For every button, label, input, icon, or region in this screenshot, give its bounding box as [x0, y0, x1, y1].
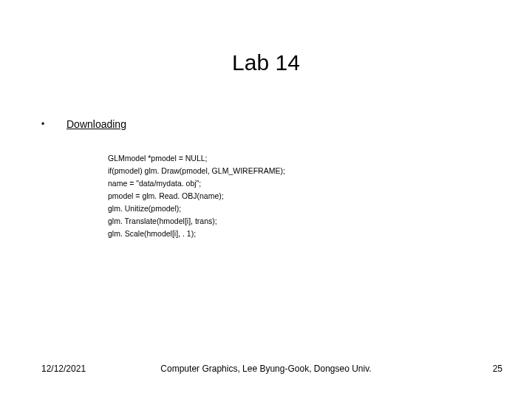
code-line: name = "data/mydata. obj";	[108, 179, 201, 188]
footer: 12/12/2021 25	[41, 364, 502, 374]
code-line: glm. Unitize(pmodel);	[108, 204, 181, 213]
footer-page: 25	[493, 364, 502, 374]
code-line: glm. Translate(hmodel[i], trans);	[108, 216, 217, 225]
bullet-marker: •	[41, 118, 66, 130]
footer-date: 12/12/2021	[41, 364, 86, 374]
code-line: GLMmodel *pmodel = NULL;	[108, 154, 208, 163]
slide-body: • Downloading GLMmodel *pmodel = NULL; i…	[41, 118, 491, 240]
code-line: if(pmodel) glm. Draw(pmodel, GLM_WIREFRA…	[108, 166, 285, 175]
code-block: GLMmodel *pmodel = NULL; if(pmodel) glm.…	[108, 152, 491, 240]
code-line: glm. Scale(hmodel[i], . 1);	[108, 229, 196, 238]
bullet-row: • Downloading	[41, 118, 491, 130]
bullet-label: Downloading	[66, 118, 126, 130]
slide-title: Lab 14	[0, 50, 532, 75]
slide: Lab 14 • Downloading GLMmodel *pmodel = …	[0, 0, 532, 399]
code-line: pmodel = glm. Read. OBJ(name);	[108, 191, 224, 200]
